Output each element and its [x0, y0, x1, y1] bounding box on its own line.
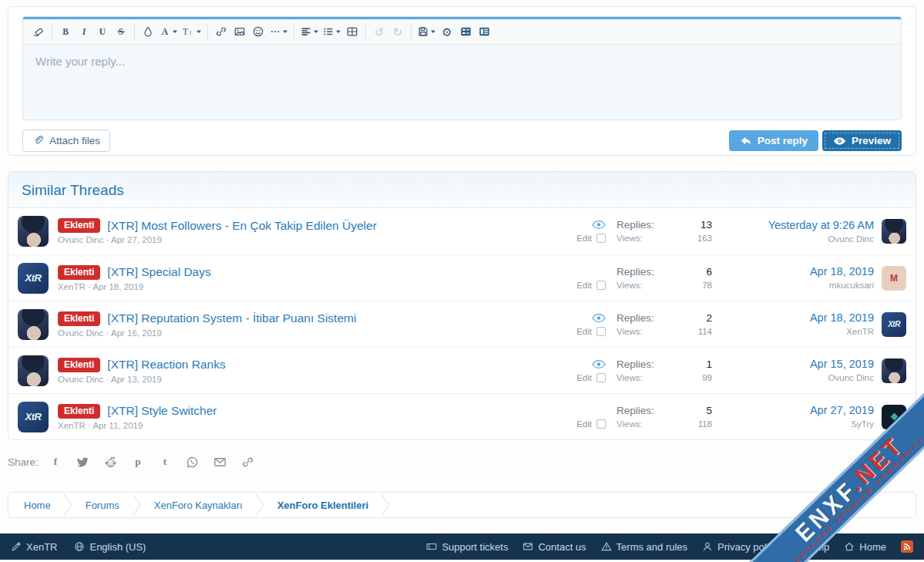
- italic-icon: I: [78, 25, 90, 38]
- thread-title-link[interactable]: [XTR] Most Followers - En Çok Takip Edil…: [107, 219, 376, 233]
- thread-main: Eklenti [XTR] Most Followers - En Çok Ta…: [58, 218, 561, 244]
- twitter-share-icon[interactable]: [76, 456, 89, 469]
- edit-checkbox[interactable]: [596, 234, 606, 243]
- last-post-avatar[interactable]: M: [882, 266, 906, 291]
- footer-link-contact-us[interactable]: Contact us: [522, 541, 586, 553]
- thread-starter-avatar[interactable]: [18, 309, 49, 340]
- last-post-date[interactable]: Apr 15, 2019: [721, 357, 874, 372]
- watch-edit-column: Edit: [561, 359, 606, 382]
- last-post-avatar[interactable]: [882, 358, 906, 383]
- stat-labels: Replies: Views:: [617, 217, 667, 245]
- remove-format-button[interactable]: [29, 22, 48, 41]
- thread-main: Eklenti [XTR] Style Switcher XenTR · Apr…: [58, 404, 561, 430]
- stat-labels: Replies: Views:: [617, 403, 667, 431]
- views-label: Views:: [617, 372, 667, 385]
- watermark-name: ENXF.NET: [791, 432, 908, 546]
- edit-label: Edit: [576, 373, 592, 382]
- thread-title-link[interactable]: [XTR] Special Days: [107, 265, 210, 279]
- last-post-user: mkucuksari: [721, 279, 874, 291]
- stat-values: 2 114: [667, 311, 712, 338]
- style-chooser[interactable]: XenTR: [11, 541, 57, 553]
- last-post-date[interactable]: Apr 27, 2019: [721, 403, 874, 418]
- last-post-avatar[interactable]: XtR: [882, 312, 906, 337]
- breadcrumb-item-forums[interactable]: Forums: [73, 500, 132, 511]
- facebook-share-icon[interactable]: f: [49, 456, 62, 468]
- edit-checkbox[interactable]: [596, 327, 606, 336]
- footer-link-terms-and-rules[interactable]: Terms and rules: [601, 541, 687, 553]
- toolbar-group: ⚙: [411, 23, 493, 40]
- tumblr-share-icon[interactable]: t: [159, 456, 171, 468]
- settings-icon: ⚙: [442, 26, 452, 38]
- reply-input[interactable]: Write your reply...: [23, 45, 901, 119]
- prefix-badge[interactable]: Eklenti: [58, 218, 100, 233]
- prefix-badge[interactable]: Eklenti: [58, 265, 100, 280]
- footer-link-privacy-policy[interactable]: Privacy policy: [702, 541, 778, 553]
- align-button[interactable]: [298, 22, 321, 41]
- thread-title-link[interactable]: [XTR] Style Switcher: [107, 404, 217, 418]
- thread-starter-avatar[interactable]: XtR: [18, 263, 49, 294]
- edit-checkbox[interactable]: [596, 419, 606, 429]
- attach-files-button[interactable]: Attach files: [22, 130, 110, 152]
- last-post-user: Ovunc Dinc: [721, 372, 874, 384]
- link-share-icon[interactable]: [241, 456, 254, 469]
- footer-link-help[interactable]: Help: [794, 541, 830, 553]
- breadcrumb-item-home[interactable]: Home: [12, 500, 63, 511]
- post-reply-button[interactable]: Post reply: [729, 130, 818, 151]
- preview-button[interactable]: Preview: [822, 130, 902, 151]
- last-post-date[interactable]: Yesterday at 9:26 AM: [721, 218, 874, 233]
- thread-starter-avatar[interactable]: [18, 355, 49, 386]
- thread-starter-avatar[interactable]: XtR: [18, 402, 49, 432]
- views-label: Views:: [617, 232, 667, 245]
- smile-button[interactable]: [249, 22, 267, 41]
- table-button[interactable]: [343, 22, 361, 41]
- whatsapp-share-icon[interactable]: [186, 456, 199, 469]
- text-size-button[interactable]: T↕: [180, 22, 203, 41]
- footer-link-home[interactable]: Home: [844, 541, 886, 553]
- more-button[interactable]: [267, 22, 290, 41]
- email-share-icon[interactable]: [213, 456, 227, 469]
- last-post-date[interactable]: Apr 18, 2019: [721, 264, 874, 279]
- prefix-badge[interactable]: Eklenti: [58, 311, 100, 326]
- breadcrumb-item-xenforo-eklentileri[interactable]: XenForo Eklentileri: [265, 500, 381, 511]
- list-button[interactable]: [321, 22, 343, 41]
- layout-list-button[interactable]: [456, 22, 475, 41]
- stat-values: 13 163: [667, 217, 712, 245]
- language-chooser[interactable]: English (US): [74, 541, 146, 553]
- underline-button[interactable]: U: [93, 22, 112, 41]
- edit-checkbox[interactable]: [596, 373, 606, 382]
- drafts-button[interactable]: [415, 22, 438, 41]
- thread-main: Eklenti [XTR] Special Days XenTR · Apr 1…: [58, 265, 561, 291]
- strikethrough-button[interactable]: S: [112, 22, 130, 41]
- bold-button[interactable]: B: [56, 22, 75, 41]
- last-post-date[interactable]: Apr 18, 2019: [721, 311, 874, 325]
- text-color-button[interactable]: [139, 22, 157, 41]
- thread-row: Eklenti [XTR] Reaction Ranks Ovunc Dinc …: [8, 347, 916, 393]
- watched-eye-icon: [592, 313, 606, 325]
- image-button[interactable]: [230, 22, 249, 41]
- last-post-avatar[interactable]: [882, 405, 906, 429]
- breadcrumb-item-xenforo-kaynaklar-[interactable]: XenForo Kaynakları: [142, 500, 255, 511]
- thread-meta: Ovunc Dinc · Apr 16, 2019: [58, 328, 561, 338]
- underline-icon: U: [96, 25, 109, 38]
- settings-button[interactable]: ⚙: [438, 22, 456, 41]
- reddit-share-icon[interactable]: [104, 456, 117, 469]
- layout-panel-button[interactable]: [475, 22, 493, 41]
- prefix-badge[interactable]: Eklenti: [58, 358, 100, 372]
- watch-edit-column: Edit: [561, 313, 606, 336]
- footer-link-support-tickets[interactable]: Support tickets: [426, 541, 508, 553]
- thread-starter-avatar[interactable]: [18, 216, 49, 247]
- pinterest-share-icon[interactable]: p: [132, 456, 144, 468]
- thread-title-link[interactable]: [XTR] Reaction Ranks: [107, 358, 225, 372]
- thread-title-link[interactable]: [XTR] Reputation System - İtibar Puanı S…: [107, 311, 356, 325]
- italic-button[interactable]: I: [75, 22, 93, 41]
- link-button[interactable]: [212, 22, 230, 41]
- rss-icon[interactable]: [901, 540, 913, 553]
- thread-meta: XenTR · Apr 18, 2019: [58, 282, 561, 291]
- thread-meta: Ovunc Dinc · Apr 13, 2019: [58, 375, 561, 384]
- question-icon: [794, 541, 805, 552]
- prefix-badge[interactable]: Eklenti: [58, 404, 100, 419]
- thread-meta: XenTR · Apr 11, 2019: [58, 421, 561, 430]
- last-post-avatar[interactable]: [882, 219, 906, 244]
- font-family-button[interactable]: A: [157, 22, 180, 41]
- edit-checkbox[interactable]: [596, 281, 606, 290]
